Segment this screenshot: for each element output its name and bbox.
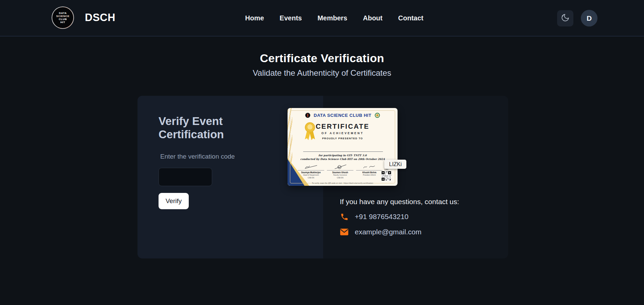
signatory-block: Soumya Mukherjee Head of Department CSE-… (298, 164, 324, 179)
email-icon (340, 228, 349, 236)
nav-link-contact[interactable]: Contact (398, 14, 423, 22)
signatory-block: Khushi Behra President DSCH (356, 164, 383, 179)
certificate-footer-url: To verify, scan the QR code or visit : h… (288, 182, 398, 184)
verify-form: Verify Event Certification Enter the ver… (159, 115, 294, 209)
signatory-role: Head of Department (298, 174, 324, 176)
code-label: Enter the verification code (160, 153, 294, 160)
phone-icon (340, 212, 349, 221)
certificate-header: DATA SCIENCE CLUB HIT (288, 113, 398, 118)
user-avatar[interactable]: D (581, 10, 597, 26)
certificate-preview[interactable]: DATA SCIENCE CLUB HIT CERTIFICATE OF ACH… (288, 108, 398, 186)
signature-scribble-icon (356, 164, 383, 169)
signature-scribble-icon (327, 164, 353, 169)
club-logo-icon: DATA SCIENCE CLUB HIT (52, 6, 74, 29)
hero-section: Certificate Verification Validate the Au… (0, 52, 644, 78)
signatory-name: Soumya Mukherjee (298, 170, 324, 174)
signatory-name: Soumen Ghosh (327, 170, 353, 174)
signatory-role: President DSCH (356, 174, 383, 176)
certificate-club-name: DATA SCIENCE CLUB HIT (314, 113, 371, 118)
certificate-subtitle: OF ACHIEVEMENT (288, 131, 398, 135)
certificate-presented-to: PROUDLY PRESENTED TO (288, 137, 398, 140)
contact-block: If you have any questions, contact us: +… (340, 198, 496, 236)
logo-line: DATA (59, 12, 67, 15)
certificate-name-line (303, 151, 383, 152)
verification-card: Verify Event Certification Enter the ver… (137, 96, 508, 258)
signatory-name: Khushi Behra (356, 170, 383, 174)
certificate-body-line2: conducted by Data Science Club HIT on 20… (288, 157, 398, 161)
certificate-signatures: Soumya Mukherjee Head of Department CSE-… (298, 164, 383, 179)
nav-link-events[interactable]: Events (280, 14, 302, 22)
contact-email[interactable]: example@gmail.com (355, 228, 421, 236)
verification-code-input[interactable] (159, 168, 212, 186)
certificate-qr-block: LIZKI (381, 168, 391, 182)
verify-button[interactable]: Verify (159, 193, 189, 209)
certificate-body: for participating in GIT- TNTT 3.0 condu… (288, 154, 398, 161)
qr-code-icon (381, 176, 391, 182)
theme-toggle-button[interactable] (557, 10, 573, 26)
nav-links: Home Events Members About Contact (245, 0, 423, 36)
avatar-initial: D (587, 14, 592, 22)
page-title: Certificate Verification (0, 52, 644, 65)
institute-emblem-icon (375, 113, 380, 118)
certificate-title: CERTIFICATE (288, 123, 398, 130)
brand[interactable]: DATA SCIENCE CLUB HIT DSCH (52, 6, 115, 29)
verify-heading: Verify Event Certification (159, 115, 247, 141)
logo-line: HIT (60, 21, 65, 24)
signatory-block: Soumen Ghosh Faculty Convenor CSE-DS (327, 164, 353, 179)
nav-link-about[interactable]: About (363, 14, 383, 22)
code-tooltip: LIZKi (384, 160, 406, 169)
nav-link-members[interactable]: Members (317, 14, 347, 22)
contact-heading: If you have any questions, contact us: (340, 198, 496, 206)
signature-scribble-icon (298, 164, 324, 169)
logo-line: CLUB (59, 18, 67, 21)
logo-line: SCIENCE (56, 15, 69, 18)
navbar: DATA SCIENCE CLUB HIT DSCH Home Events M… (0, 0, 644, 36)
navbar-actions: D (557, 10, 597, 26)
contact-phone[interactable]: +91 9876543210 (355, 213, 408, 221)
club-mini-logo-icon (305, 113, 310, 118)
signatory-dept: CSE-DS (298, 177, 324, 179)
page-subtitle: Validate the Authenticity of Certificate… (0, 68, 644, 78)
brand-title[interactable]: DSCH (85, 12, 115, 24)
nav-link-home[interactable]: Home (245, 14, 264, 22)
certificate-body-line1: for participating in GIT- TNTT 3.0 (288, 154, 398, 157)
signatory-role: Faculty Convenor (327, 174, 353, 176)
moon-icon (561, 13, 570, 23)
signatory-dept: CSE-DS (327, 177, 353, 179)
contact-email-row: example@gmail.com (340, 228, 496, 236)
contact-phone-row: +91 9876543210 (340, 212, 496, 221)
